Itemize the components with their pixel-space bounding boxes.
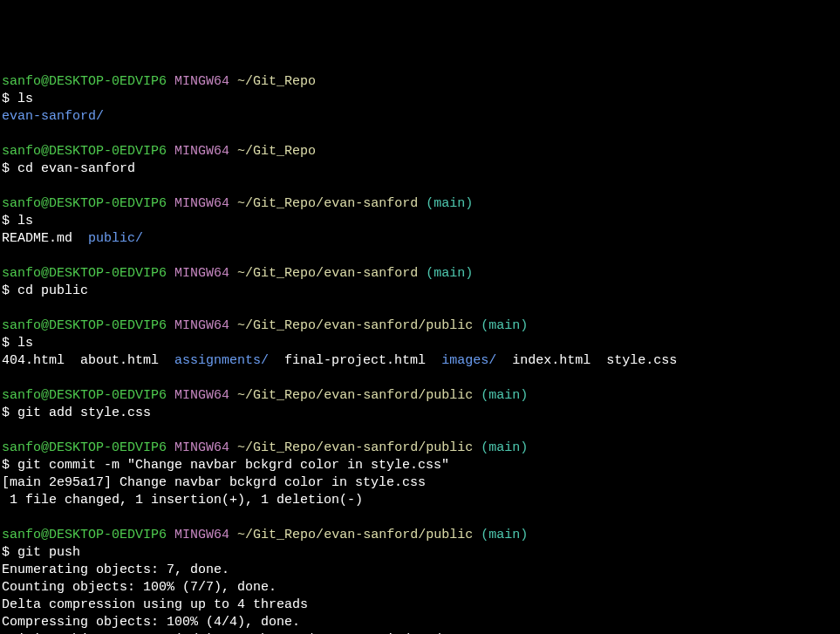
prompt-user: sanfo: [2, 440, 41, 455]
prompt-line: sanfo@DESKTOP-0EDVIP6 MINGW64 ~/Git_Repo…: [2, 527, 838, 544]
output-line: Enumerating objects: 7, done.: [2, 562, 838, 579]
prompt-branch: (main): [426, 266, 473, 281]
output-line: Delta compression using up to 4 threads: [2, 597, 838, 614]
prompt-env: MINGW64: [174, 440, 229, 455]
prompt-at: @: [41, 266, 49, 281]
command-text: cd evan-sanford: [17, 161, 135, 176]
prompt-env: MINGW64: [174, 388, 229, 403]
directory-entry: evan-sanford/: [2, 109, 104, 124]
command-line: $ ls: [2, 335, 838, 352]
prompt-path: ~/Git_Repo/evan-sanford: [237, 266, 418, 281]
prompt-env: MINGW64: [174, 528, 229, 542]
prompt-env: MINGW64: [174, 318, 229, 333]
prompt-host: DESKTOP-0EDVIP6: [49, 528, 167, 542]
prompt-symbol: $: [2, 458, 17, 473]
prompt-branch: (main): [481, 318, 528, 333]
prompt-path: ~/Git_Repo: [237, 74, 316, 89]
blank-line: [2, 248, 838, 265]
prompt-env: MINGW64: [174, 196, 229, 211]
prompt-symbol: $: [2, 161, 17, 176]
blank-line: [2, 178, 838, 195]
prompt-at: @: [41, 528, 49, 542]
command-line: $ ls: [2, 91, 838, 108]
prompt-line: sanfo@DESKTOP-0EDVIP6 MINGW64 ~/Git_Repo…: [2, 265, 838, 283]
prompt-branch: (main): [481, 528, 528, 542]
output-line: 404.html about.html assignments/ final-p…: [2, 352, 838, 370]
prompt-branch: (main): [481, 440, 528, 455]
file-entry: final-project.html: [269, 353, 441, 368]
prompt-host: DESKTOP-0EDVIP6: [49, 144, 167, 159]
command-text: git add style.css: [17, 406, 151, 420]
command-line: $ git add style.css: [2, 405, 838, 422]
prompt-branch: (main): [481, 388, 528, 403]
prompt-at: @: [41, 440, 49, 455]
terminal-window[interactable]: sanfo@DESKTOP-0EDVIP6 MINGW64 ~/Git_Repo…: [2, 73, 838, 634]
prompt-symbol: $: [2, 283, 17, 298]
file-entry: 404.html about.html: [2, 353, 174, 368]
prompt-path: ~/Git_Repo: [237, 144, 316, 159]
directory-entry: assignments/: [174, 353, 269, 368]
prompt-path: ~/Git_Repo/evan-sanford: [237, 196, 418, 211]
command-line: $ git commit -m "Change navbar bckgrd co…: [2, 457, 838, 474]
prompt-host: DESKTOP-0EDVIP6: [49, 388, 167, 403]
prompt-env: MINGW64: [174, 74, 229, 89]
prompt-symbol: $: [2, 336, 17, 351]
command-text: ls: [17, 214, 33, 228]
prompt-line: sanfo@DESKTOP-0EDVIP6 MINGW64 ~/Git_Repo: [2, 143, 838, 160]
prompt-line: sanfo@DESKTOP-0EDVIP6 MINGW64 ~/Git_Repo…: [2, 317, 838, 335]
prompt-at: @: [41, 318, 49, 333]
command-line: $ cd public: [2, 283, 838, 300]
prompt-at: @: [41, 196, 49, 211]
prompt-user: sanfo: [2, 144, 41, 159]
command-text: git commit -m "Change navbar bckgrd colo…: [17, 458, 449, 473]
prompt-at: @: [41, 388, 49, 403]
output-line: Counting objects: 100% (7/7), done.: [2, 579, 838, 597]
blank-line: [2, 509, 838, 527]
prompt-user: sanfo: [2, 388, 41, 403]
prompt-env: MINGW64: [174, 144, 229, 159]
output-line: evan-sanford/: [2, 108, 838, 126]
prompt-user: sanfo: [2, 266, 41, 281]
output-line: Compressing objects: 100% (4/4), done.: [2, 614, 838, 631]
command-text: ls: [17, 92, 33, 106]
command-line: $ cd evan-sanford: [2, 160, 838, 178]
prompt-symbol: $: [2, 92, 17, 106]
prompt-user: sanfo: [2, 318, 41, 333]
prompt-branch: (main): [426, 196, 473, 211]
prompt-user: sanfo: [2, 196, 41, 211]
prompt-path: ~/Git_Repo/evan-sanford/public: [237, 388, 473, 403]
command-line: $ git push: [2, 544, 838, 562]
prompt-host: DESKTOP-0EDVIP6: [49, 440, 167, 455]
prompt-line: sanfo@DESKTOP-0EDVIP6 MINGW64 ~/Git_Repo…: [2, 440, 838, 457]
prompt-at: @: [41, 144, 49, 159]
command-line: $ ls: [2, 213, 838, 230]
prompt-host: DESKTOP-0EDVIP6: [49, 74, 167, 89]
prompt-line: sanfo@DESKTOP-0EDVIP6 MINGW64 ~/Git_Repo…: [2, 195, 838, 213]
prompt-env: MINGW64: [174, 266, 229, 281]
command-text: cd public: [17, 283, 88, 298]
blank-line: [2, 370, 838, 387]
file-entry: README.md: [2, 231, 88, 246]
blank-line: [2, 422, 838, 440]
prompt-symbol: $: [2, 406, 17, 420]
command-text: git push: [17, 545, 80, 560]
prompt-symbol: $: [2, 214, 17, 228]
prompt-path: ~/Git_Repo/evan-sanford/public: [237, 318, 473, 333]
command-text: ls: [17, 336, 33, 351]
output-line: [main 2e95a17] Change navbar bckgrd colo…: [2, 474, 838, 492]
blank-line: [2, 300, 838, 317]
output-line: 1 file changed, 1 insertion(+), 1 deleti…: [2, 492, 838, 509]
prompt-host: DESKTOP-0EDVIP6: [49, 266, 167, 281]
file-entry: index.html style.css: [496, 353, 677, 368]
prompt-user: sanfo: [2, 528, 41, 542]
prompt-at: @: [41, 74, 49, 89]
prompt-symbol: $: [2, 545, 17, 560]
prompt-line: sanfo@DESKTOP-0EDVIP6 MINGW64 ~/Git_Repo: [2, 73, 838, 91]
prompt-line: sanfo@DESKTOP-0EDVIP6 MINGW64 ~/Git_Repo…: [2, 387, 838, 405]
blank-line: [2, 126, 838, 143]
directory-entry: public/: [88, 231, 143, 246]
prompt-user: sanfo: [2, 74, 41, 89]
prompt-path: ~/Git_Repo/evan-sanford/public: [237, 440, 473, 455]
prompt-path: ~/Git_Repo/evan-sanford/public: [237, 528, 473, 542]
prompt-host: DESKTOP-0EDVIP6: [49, 318, 167, 333]
